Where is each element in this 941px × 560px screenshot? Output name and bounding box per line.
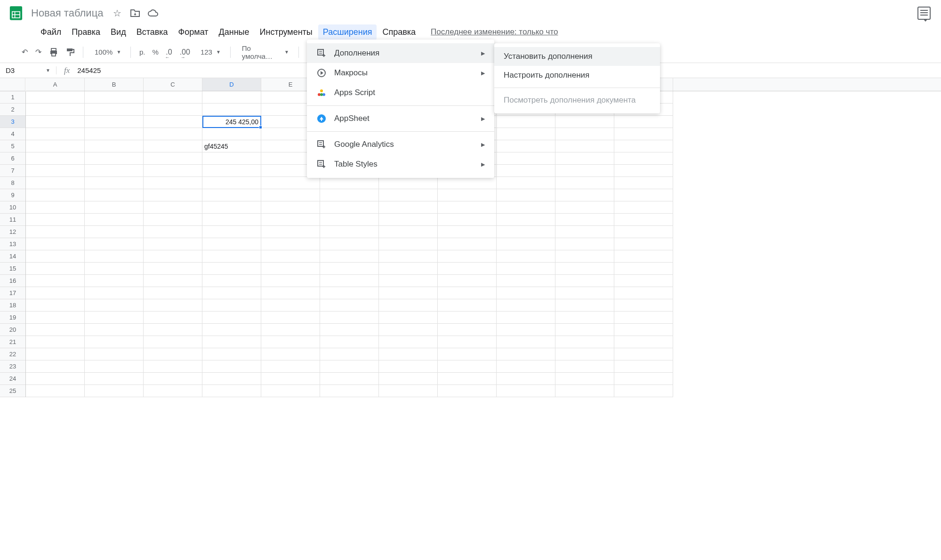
- cell-K16[interactable]: [614, 275, 673, 287]
- row-header-24[interactable]: 24: [0, 373, 25, 385]
- cell-A22[interactable]: [26, 348, 85, 360]
- ext-menu-item[interactable]: Table Styles▶: [307, 154, 494, 174]
- cell-E22[interactable]: [261, 348, 320, 360]
- cell-I3[interactable]: [497, 116, 555, 128]
- cell-C24[interactable]: [144, 373, 202, 385]
- cell-C19[interactable]: [144, 312, 202, 324]
- cell-A17[interactable]: [26, 287, 85, 299]
- cell-K23[interactable]: [614, 360, 673, 373]
- row-header-14[interactable]: 14: [0, 250, 25, 263]
- row-header-23[interactable]: 23: [0, 360, 25, 373]
- cell-B9[interactable]: [85, 189, 144, 201]
- cell-A25[interactable]: [26, 385, 85, 397]
- currency-button[interactable]: р.: [137, 48, 148, 56]
- cell-B24[interactable]: [85, 373, 144, 385]
- select-all-corner[interactable]: [0, 78, 25, 91]
- cell-F12[interactable]: [320, 226, 379, 238]
- cell-K19[interactable]: [614, 312, 673, 324]
- cell-I15[interactable]: [497, 263, 555, 275]
- cell-B1[interactable]: [85, 91, 144, 104]
- cell-E24[interactable]: [261, 373, 320, 385]
- cell-B13[interactable]: [85, 238, 144, 250]
- cell-J19[interactable]: [555, 312, 614, 324]
- row-header-2[interactable]: 2: [0, 104, 25, 116]
- cell-C5[interactable]: [144, 140, 202, 152]
- last-edit-link[interactable]: Последнее изменение: только что: [431, 27, 558, 37]
- cell-K5[interactable]: [614, 140, 673, 152]
- row-header-12[interactable]: 12: [0, 226, 25, 238]
- row-header-5[interactable]: 5: [0, 140, 25, 152]
- cell-G17[interactable]: [379, 287, 438, 299]
- cell-C6[interactable]: [144, 152, 202, 165]
- cell-J21[interactable]: [555, 336, 614, 348]
- row-header-8[interactable]: 8: [0, 177, 25, 189]
- cell-B23[interactable]: [85, 360, 144, 373]
- cell-D17[interactable]: [202, 287, 261, 299]
- cell-E12[interactable]: [261, 226, 320, 238]
- document-title[interactable]: Новая таблица: [31, 7, 103, 19]
- decrease-decimal-button[interactable]: .0←: [163, 46, 175, 58]
- cell-H14[interactable]: [438, 250, 497, 263]
- cell-A1[interactable]: [26, 91, 85, 104]
- cell-D6[interactable]: [202, 152, 261, 165]
- row-header-25[interactable]: 25: [0, 385, 25, 397]
- row-header-4[interactable]: 4: [0, 128, 25, 140]
- cell-F13[interactable]: [320, 238, 379, 250]
- cell-K6[interactable]: [614, 152, 673, 165]
- cell-I10[interactable]: [497, 201, 555, 214]
- cell-I16[interactable]: [497, 275, 555, 287]
- cell-C3[interactable]: [144, 116, 202, 128]
- cell-F9[interactable]: [320, 189, 379, 201]
- cell-A24[interactable]: [26, 373, 85, 385]
- cell-K24[interactable]: [614, 373, 673, 385]
- cell-J16[interactable]: [555, 275, 614, 287]
- cell-B17[interactable]: [85, 287, 144, 299]
- cell-J5[interactable]: [555, 140, 614, 152]
- cell-A2[interactable]: [26, 104, 85, 116]
- cell-J23[interactable]: [555, 360, 614, 373]
- cell-K21[interactable]: [614, 336, 673, 348]
- cell-J9[interactable]: [555, 189, 614, 201]
- cell-E10[interactable]: [261, 201, 320, 214]
- cell-I24[interactable]: [497, 373, 555, 385]
- cell-A20[interactable]: [26, 324, 85, 336]
- cell-C20[interactable]: [144, 324, 202, 336]
- cell-E19[interactable]: [261, 312, 320, 324]
- cell-H23[interactable]: [438, 360, 497, 373]
- cell-B4[interactable]: [85, 128, 144, 140]
- cell-G14[interactable]: [379, 250, 438, 263]
- cell-J25[interactable]: [555, 385, 614, 397]
- cell-F20[interactable]: [320, 324, 379, 336]
- print-button[interactable]: [46, 46, 61, 59]
- submenu-item[interactable]: Настроить дополнения: [494, 66, 660, 85]
- cell-D19[interactable]: [202, 312, 261, 324]
- cell-A12[interactable]: [26, 226, 85, 238]
- cell-B5[interactable]: [85, 140, 144, 152]
- cell-D8[interactable]: [202, 177, 261, 189]
- cell-A18[interactable]: [26, 299, 85, 312]
- cell-C4[interactable]: [144, 128, 202, 140]
- cell-G11[interactable]: [379, 214, 438, 226]
- cell-K22[interactable]: [614, 348, 673, 360]
- row-header-9[interactable]: 9: [0, 189, 25, 201]
- cell-K17[interactable]: [614, 287, 673, 299]
- cell-I4[interactable]: [497, 128, 555, 140]
- cell-H13[interactable]: [438, 238, 497, 250]
- cell-I18[interactable]: [497, 299, 555, 312]
- row-header-22[interactable]: 22: [0, 348, 25, 360]
- cell-J6[interactable]: [555, 152, 614, 165]
- cell-K9[interactable]: [614, 189, 673, 201]
- more-formats-dropdown[interactable]: 123▼: [195, 46, 225, 58]
- font-dropdown[interactable]: По умолча…▼: [236, 42, 293, 62]
- cell-E18[interactable]: [261, 299, 320, 312]
- cell-D24[interactable]: [202, 373, 261, 385]
- cell-I8[interactable]: [497, 177, 555, 189]
- cell-G8[interactable]: [379, 177, 438, 189]
- cell-B8[interactable]: [85, 177, 144, 189]
- cell-E15[interactable]: [261, 263, 320, 275]
- cell-C13[interactable]: [144, 238, 202, 250]
- cell-J20[interactable]: [555, 324, 614, 336]
- cell-F10[interactable]: [320, 201, 379, 214]
- name-box[interactable]: D3▼: [0, 66, 56, 74]
- cell-K15[interactable]: [614, 263, 673, 275]
